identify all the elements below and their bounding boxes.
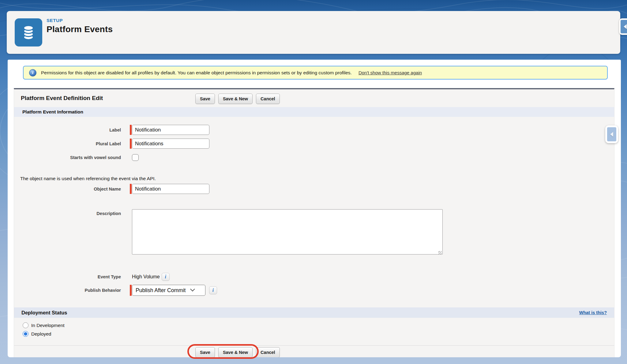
chevron-down-icon xyxy=(190,287,195,292)
event-type-value: High Volume xyxy=(132,274,160,280)
starts-with-vowel-checkbox[interactable] xyxy=(132,154,139,161)
event-type-info-button[interactable]: i xyxy=(162,273,170,281)
object-name-api-note: The object name is used when referencing… xyxy=(20,176,614,181)
page-title: Platform Events xyxy=(47,24,113,34)
required-bar xyxy=(130,125,132,135)
permissions-banner: i Permissions for this object are disabl… xyxy=(23,66,608,80)
top-button-row: Save Save & New Cancel xyxy=(195,94,280,104)
publish-behavior-field-label: Publish Behavior xyxy=(14,288,121,293)
required-bar xyxy=(130,139,132,149)
plural-label-field-row: Plural Label xyxy=(14,139,614,149)
event-type-field-row: Event Type High Volume i xyxy=(14,272,614,282)
event-type-field-label: Event Type xyxy=(14,274,121,279)
label-input[interactable] xyxy=(132,125,209,135)
plural-label-field-label: Plural Label xyxy=(14,141,121,146)
platform-events-database-icon xyxy=(15,18,42,46)
publish-behavior-info-button[interactable]: i xyxy=(209,286,217,294)
radio-button-icon xyxy=(23,322,28,328)
collapse-left-arrow-icon xyxy=(624,24,627,29)
platform-event-edit-form: Platform Event Definition Edit Save Save… xyxy=(14,88,614,357)
save-button-top[interactable]: Save xyxy=(195,94,215,104)
platform-events-setup-page: SETUP Platform Events i Permissions for … xyxy=(0,0,627,364)
description-field-label: Description xyxy=(14,209,121,216)
radio-button-icon xyxy=(23,331,28,337)
publish-behavior-select[interactable]: Publish After Commit xyxy=(132,285,205,296)
dont-show-again-link[interactable]: Don't show this message again xyxy=(359,70,422,75)
info-icon: i xyxy=(29,69,36,76)
what-is-this-link[interactable]: What is this? xyxy=(579,310,607,315)
radio-in-development[interactable]: In Development xyxy=(23,322,65,328)
required-bar xyxy=(130,184,132,194)
description-textarea[interactable] xyxy=(132,209,443,254)
spacer xyxy=(130,272,132,282)
bottom-button-bar: Save Save & New Cancel xyxy=(14,345,614,357)
spacer xyxy=(130,228,132,238)
save-button-bottom[interactable]: Save xyxy=(195,347,215,357)
right-collapse-tab-top[interactable] xyxy=(619,18,627,35)
description-field-row: Description xyxy=(14,209,614,256)
deployment-status-options: In Development Deployed xyxy=(23,322,614,337)
object-name-field-row: Object Name xyxy=(14,184,614,194)
spacer xyxy=(130,152,132,162)
section-header-platform-event-information: Platform Event Information xyxy=(14,107,614,117)
object-name-input[interactable] xyxy=(132,184,209,194)
save-and-new-button-bottom[interactable]: Save & New xyxy=(218,347,253,357)
label-field-row: Label xyxy=(14,125,614,135)
content-panel: i Permissions for this object are disabl… xyxy=(8,60,621,357)
bottom-button-row: Save Save & New Cancel xyxy=(195,347,280,357)
cancel-button-top[interactable]: Cancel xyxy=(256,94,280,104)
save-and-new-button-top[interactable]: Save & New xyxy=(218,94,253,104)
vowel-field-row: Starts with vowel sound xyxy=(14,152,614,162)
permissions-banner-text: Permissions for this object are disabled… xyxy=(41,70,352,76)
form-title: Platform Event Definition Edit xyxy=(21,95,103,102)
cancel-button-bottom[interactable]: Cancel xyxy=(256,347,280,357)
publish-behavior-field-row: Publish Behavior Publish After Commit i xyxy=(14,285,614,296)
setup-header-card: SETUP Platform Events xyxy=(7,11,620,54)
object-name-field-label: Object Name xyxy=(14,187,121,191)
collapse-left-arrow-icon xyxy=(610,132,613,137)
required-bar xyxy=(130,285,132,296)
vowel-field-label: Starts with vowel sound xyxy=(14,155,121,160)
setup-eyebrow: SETUP xyxy=(47,18,113,23)
right-collapse-tab-mid[interactable] xyxy=(605,125,618,143)
label-field-label: Label xyxy=(14,128,121,132)
database-icon xyxy=(20,23,37,42)
deployment-status-title: Deployment Status xyxy=(21,310,67,316)
plural-label-input[interactable] xyxy=(132,139,209,149)
radio-deployed[interactable]: Deployed xyxy=(23,331,51,337)
section-header-deployment-status: Deployment Status What is this? xyxy=(14,307,614,318)
